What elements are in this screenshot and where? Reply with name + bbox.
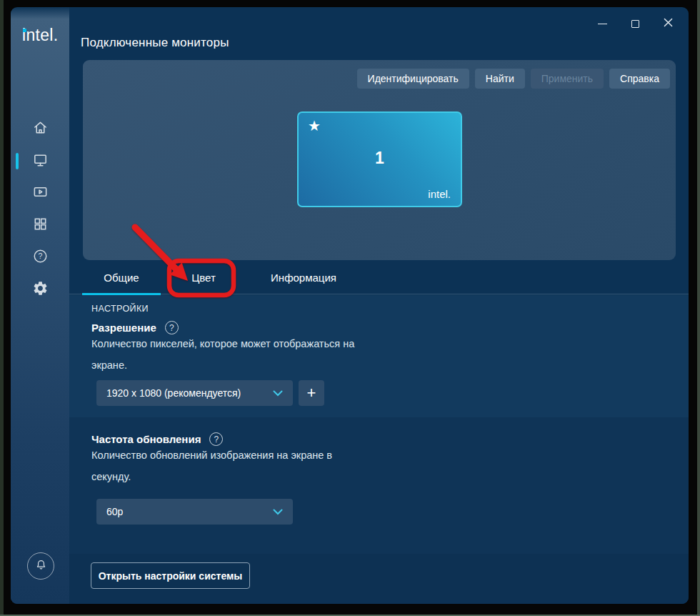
detect-button[interactable]: Найти	[475, 69, 525, 89]
app-window: intel.	[11, 7, 689, 604]
close-icon	[664, 17, 673, 30]
sidebar-item-help[interactable]: ?	[11, 242, 69, 274]
refresh-value: 60p	[106, 506, 273, 517]
primary-star-icon: ★	[308, 117, 321, 134]
close-button[interactable]	[651, 13, 684, 34]
monitor-brand-label: intel.	[428, 188, 451, 200]
refresh-dropdown[interactable]: 60p	[96, 499, 293, 525]
sidebar-item-media[interactable]	[11, 177, 69, 209]
notifications-button[interactable]	[27, 552, 54, 580]
chevron-down-icon	[273, 390, 283, 397]
monitor-preview-panel: Идентифицировать Найти Применить Справка…	[83, 60, 676, 260]
maximize-button[interactable]	[619, 13, 651, 34]
minimize-button[interactable]	[586, 13, 619, 34]
intel-logo: intel.	[22, 26, 58, 45]
home-icon	[32, 119, 49, 139]
maximize-icon	[631, 20, 639, 28]
open-system-settings-button[interactable]: Открыть настройки системы	[91, 562, 250, 589]
resolution-title: Разрешение	[91, 322, 156, 334]
help-icon: ?	[32, 248, 49, 267]
chevron-down-icon	[273, 509, 283, 515]
tab-general[interactable]: Общие	[82, 260, 161, 294]
window-controls	[586, 13, 684, 34]
tab-color[interactable]: Цвет	[161, 260, 246, 294]
help-button[interactable]: Справка	[609, 69, 670, 89]
resolution-dropdown[interactable]: 1920 x 1080 (рекомендуется)	[96, 380, 293, 406]
sidebar: intel.	[11, 7, 69, 604]
intel-logo-dot	[23, 29, 26, 32]
apply-button[interactable]: Применить	[531, 69, 604, 89]
minimize-icon	[598, 24, 607, 24]
monitor-number: 1	[299, 149, 461, 168]
refresh-title: Частота обновления	[91, 433, 201, 445]
resolution-description: Количество пикселей, которое может отобр…	[91, 333, 370, 376]
display-icon	[32, 151, 49, 171]
intel-logo-text: intel.	[22, 26, 58, 44]
add-resolution-button[interactable]: +	[299, 380, 324, 406]
settings-section-label: НАСТРОЙКИ	[91, 304, 149, 314]
svg-text:?: ?	[38, 252, 42, 260]
gear-icon	[32, 280, 49, 299]
sidebar-item-display[interactable]	[11, 145, 69, 177]
resolution-section: НАСТРОЙКИ Разрешение ? Количество пиксел…	[69, 295, 689, 417]
refresh-rate-section: Частота обновления ? Количество обновлен…	[69, 417, 689, 554]
sidebar-item-apps[interactable]	[11, 209, 69, 242]
desktop-edge-right	[697, 0, 700, 616]
apps-grid-icon	[32, 216, 49, 235]
page-title: Подключенные мониторы	[81, 36, 229, 50]
sidebar-item-home[interactable]	[11, 113, 69, 145]
sidebar-item-settings[interactable]	[11, 274, 69, 306]
tab-bar: Общие Цвет Информация	[69, 260, 689, 294]
monitor-tile-1[interactable]: ★ 1 intel.	[297, 111, 462, 207]
main-area: Подключенные мониторы Идентифицировать Н…	[69, 7, 689, 604]
tab-information[interactable]: Информация	[246, 260, 361, 294]
desktop-edge-left	[0, 0, 4, 616]
active-nav-indicator	[16, 153, 19, 169]
refresh-description: Количество обновлений изображения на экр…	[91, 444, 370, 487]
sidebar-nav: ?	[11, 113, 69, 306]
bell-icon	[34, 558, 48, 575]
footer-area: Открыть настройки системы	[69, 554, 689, 604]
identify-button[interactable]: Идентифицировать	[357, 69, 469, 89]
media-play-icon	[32, 184, 49, 203]
resolution-value: 1920 x 1080 (рекомендуется)	[106, 387, 273, 399]
preview-toolbar: Идентифицировать Найти Применить Справка	[357, 69, 670, 89]
